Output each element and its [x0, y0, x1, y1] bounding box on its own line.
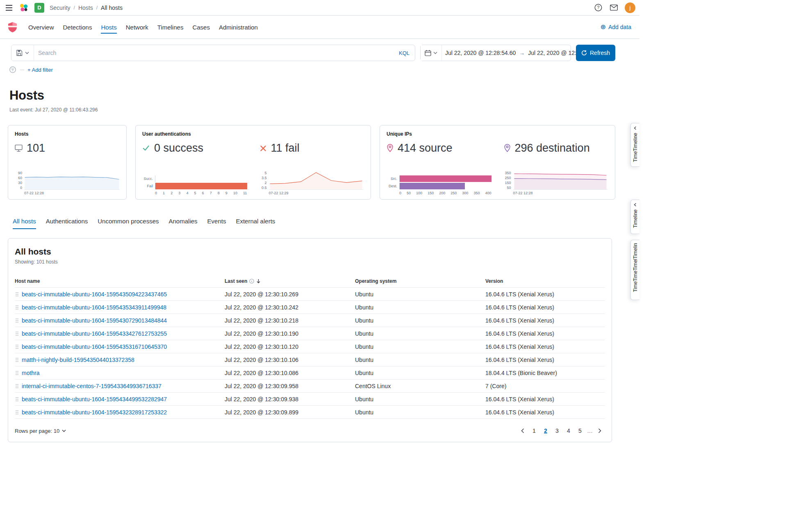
host-link[interactable]: beats-ci-immutable-ubuntu-1604-159543342…: [22, 330, 167, 337]
chevron-left-icon: [633, 126, 637, 130]
map-pin-icon: [387, 144, 394, 152]
x-tick: 11: [243, 191, 247, 195]
pagination-page-2-active[interactable]: 2: [540, 425, 551, 436]
column-operating-system: Operating system: [355, 278, 485, 284]
newsfeed-button[interactable]: [609, 4, 619, 11]
os-cell: Ubuntu: [355, 291, 485, 298]
calendar-dropdown-button[interactable]: [421, 45, 442, 61]
tab-all-hosts[interactable]: All hosts: [13, 218, 36, 229]
add-data-button[interactable]: ⊕ Add data: [601, 24, 631, 30]
nav-tab-detections[interactable]: Detections: [63, 24, 92, 31]
tab-anomalies[interactable]: Anomalies: [169, 218, 198, 229]
pagination-page-1[interactable]: 1: [529, 425, 539, 436]
host-link[interactable]: internal-ci-immutable-centos-7-159543364…: [22, 383, 162, 389]
nav-tab-administration[interactable]: Administration: [219, 24, 258, 31]
nav-tab-cases[interactable]: Cases: [192, 24, 210, 31]
x-tick: 07-22 12:28: [24, 191, 120, 195]
tab-authentications[interactable]: Authentications: [46, 218, 88, 229]
kpi-card-unique-ips: Unique IPs 414 source Src. Dest.: [380, 125, 615, 200]
x-tick: 250: [451, 191, 457, 195]
auth-area-chart: 5 3.5 2 0.5: [259, 171, 364, 190]
kql-toggle[interactable]: KQL: [394, 50, 415, 56]
version-cell: 16.04.6 LTS (Xenial Xerus): [485, 291, 605, 298]
host-link[interactable]: beats-ci-immutable-ubuntu-1604-159543449…: [22, 396, 167, 402]
host-link[interactable]: beats-ci-immutable-ubuntu-1604-159543232…: [22, 409, 167, 416]
nav-tab-overview[interactable]: Overview: [28, 24, 54, 31]
saved-query-menu-button[interactable]: [11, 45, 34, 61]
breadcrumb-security[interactable]: Security: [50, 5, 71, 11]
timeline-flyout-button[interactable]: TimeTimeline: [630, 123, 639, 167]
tab-external-alerts[interactable]: External alerts: [236, 218, 275, 229]
elastic-logo[interactable]: [18, 2, 29, 13]
host-link[interactable]: beats-ci-immutable-ubuntu-1604-159543509…: [22, 291, 167, 298]
column-last-seen[interactable]: Last seen: [225, 278, 355, 284]
drag-handle-icon[interactable]: [16, 318, 18, 323]
hosts-mini-chart: 90 60 30 0: [15, 171, 120, 190]
breadcrumb: Security / Hosts / All hosts: [50, 5, 123, 11]
drag-handle-icon[interactable]: [16, 410, 18, 415]
timeline-flyout-button[interactable]: TimeTimeTimelTimelin: [630, 240, 639, 300]
page-header: Hosts Last event: Jul 27, 2020 @ 11:06:4…: [9, 88, 639, 113]
nav-tab-network[interactable]: Network: [126, 24, 148, 31]
user-avatar[interactable]: j: [625, 2, 635, 13]
timeline-flyout-button[interactable]: Timeline: [630, 200, 639, 234]
rows-per-page-button[interactable]: Rows per page: 10: [15, 428, 66, 434]
add-filter-button[interactable]: + Add filter: [27, 67, 53, 73]
menu-button[interactable]: [5, 4, 13, 11]
pagination-next-button[interactable]: [594, 425, 605, 436]
save-icon: [16, 50, 23, 56]
nav-tab-timelines[interactable]: Timelines: [157, 24, 184, 31]
security-nav: Overview Detections Hosts Network Timeli…: [0, 16, 639, 39]
nav-tab-hosts[interactable]: Hosts: [101, 24, 116, 34]
version-cell: 16.04.6 LTS (Xenial Xerus): [485, 409, 605, 416]
drag-handle-icon[interactable]: [16, 292, 18, 297]
table-row: beats-ci-immutable-ubuntu-1604-159543072…: [15, 314, 605, 327]
timeline-flyout-label: Timeline: [633, 209, 638, 228]
host-link[interactable]: beats-ci-immutable-ubuntu-1604-159543534…: [22, 304, 166, 311]
filter-options-button[interactable]: [9, 66, 17, 74]
refresh-button[interactable]: Refresh: [576, 45, 615, 61]
hosts-table: Host name Last seen Operating system Ver…: [15, 275, 605, 419]
table-row: beats-ci-immutable-ubuntu-1604-159543342…: [15, 327, 605, 340]
pagination-page-3[interactable]: 3: [552, 425, 562, 436]
drag-handle-icon[interactable]: [16, 357, 18, 362]
host-link[interactable]: beats-ci-immutable-ubuntu-1604-159543072…: [22, 317, 167, 324]
y-tick: 3.5: [262, 176, 267, 180]
drag-handle-icon[interactable]: [16, 344, 18, 349]
page-title: Hosts: [9, 88, 639, 103]
host-link[interactable]: beats-ci-immutable-ubuntu-1604-159543531…: [22, 343, 167, 350]
drag-handle-icon[interactable]: [16, 384, 18, 389]
table-row: beats-ci-immutable-ubuntu-1604-159543531…: [15, 340, 605, 353]
search-input[interactable]: [34, 50, 394, 56]
y-tick: 0: [20, 186, 22, 190]
pagination-page-5[interactable]: 5: [575, 425, 585, 436]
x-tick: 5: [194, 191, 196, 195]
tab-events[interactable]: Events: [207, 218, 226, 229]
date-start[interactable]: Jul 22, 2020 @ 12:28:54.60: [442, 50, 519, 56]
source-ips-count: 414 source: [398, 142, 453, 155]
help-button[interactable]: ?: [594, 3, 603, 12]
kpi-auth-title: User authentications: [142, 131, 364, 137]
space-badge[interactable]: D: [34, 3, 44, 13]
version-cell: 16.04.6 LTS (Xenial Xerus): [485, 317, 605, 324]
host-link[interactable]: matth-i-nightly-build-159543504401337235…: [22, 357, 134, 363]
filter-bar: + Add filter: [9, 65, 639, 74]
breadcrumb-hosts[interactable]: Hosts: [78, 5, 93, 11]
tab-uncommon-processes[interactable]: Uncommon processes: [98, 218, 159, 229]
table-row: mothra Jul 22, 2020 @ 12:30:10.086 Ubunt…: [15, 366, 605, 380]
pagination-page-4[interactable]: 4: [563, 425, 574, 436]
filter-icon: [9, 66, 16, 73]
drag-handle-icon[interactable]: [16, 397, 18, 402]
pagination-prev-button[interactable]: [517, 425, 528, 436]
x-tick: 50: [407, 191, 411, 195]
drag-handle-icon[interactable]: [16, 331, 18, 336]
host-link[interactable]: mothra: [22, 370, 40, 376]
header-actions: ? j: [594, 2, 635, 13]
drag-handle-icon[interactable]: [16, 371, 18, 375]
column-host-name: Host name: [15, 278, 225, 284]
sort-down-icon: [256, 279, 261, 284]
filter-divider: [20, 70, 24, 70]
y-tick: 90: [18, 171, 22, 175]
drag-handle-icon[interactable]: [16, 305, 18, 310]
last-seen-cell: Jul 22, 2020 @ 12:30:10.190: [225, 330, 355, 337]
